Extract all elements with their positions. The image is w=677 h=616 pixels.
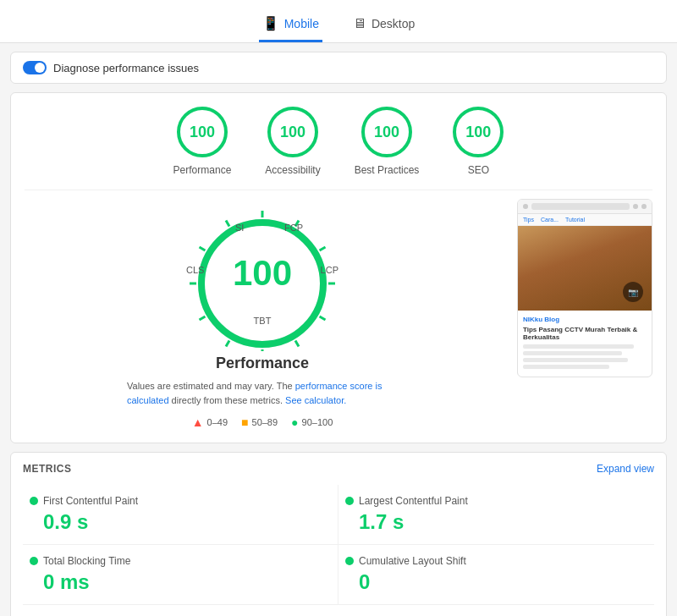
legend-orange-range: 50–89	[252, 417, 278, 427]
preview-tab-3: Tutorial	[565, 217, 585, 223]
metric-tbt-value: 0 ms	[30, 570, 331, 594]
score-value-best-practices: 100	[374, 124, 399, 141]
gauge-center: 100	[233, 253, 292, 294]
metric-fcp-name: First Contentful Paint	[43, 495, 138, 507]
metric-tbt: Total Blocking Time 0 ms	[23, 545, 338, 605]
expand-view-link[interactable]: Expand view	[597, 463, 654, 475]
mobile-icon: 📱	[262, 15, 279, 31]
score-circle-best-practices: 100	[361, 107, 412, 157]
gauge-label-fcp: FCP	[284, 223, 303, 233]
diagnose-toggle[interactable]	[23, 61, 47, 74]
preview-address-bar	[531, 203, 630, 210]
score-label-performance: Performance	[173, 164, 232, 176]
preview-img-icon: 📷	[623, 282, 643, 302]
metric-cls-value: 0	[345, 570, 647, 594]
diagnose-label: Diagnose performance issues	[53, 62, 199, 74]
metric-lcp-name: Largest Contentful Paint	[359, 495, 468, 507]
preview-line-4	[523, 365, 609, 369]
perf-title: Performance	[216, 355, 309, 372]
gauge-label-cls: CLS	[186, 265, 204, 275]
metrics-section: METRICS Expand view First Contentful Pai…	[10, 452, 667, 616]
tab-desktop[interactable]: 🖥 Desktop	[350, 8, 418, 42]
perf-note-mid: directly from these metrics.	[172, 395, 283, 405]
metric-fcp-name-row: First Contentful Paint	[30, 495, 331, 507]
gauge-label-si: SI	[235, 223, 244, 233]
preview-line-1	[523, 344, 634, 349]
score-value-accessibility: 100	[280, 124, 305, 141]
preview-frame: Tips Cara... Tutorial 📷 NIKku Blog Tips …	[517, 199, 652, 377]
metric-fcp-dot	[30, 497, 38, 505]
metric-tbt-name-row: Total Blocking Time	[30, 555, 331, 567]
metric-lcp-value: 1.7 s	[345, 510, 647, 534]
gauge-section: SI FCP CLS LCP TBT 100 Performance Value…	[25, 199, 500, 429]
legend-orange-icon: ■	[241, 415, 248, 429]
preview-dot-1	[523, 204, 528, 209]
score-seo: 100 SEO	[453, 107, 504, 176]
gauge-wrapper: SI FCP CLS LCP TBT 100	[178, 199, 347, 351]
gauge-score: 100	[233, 253, 292, 294]
preview-toolbar	[518, 200, 652, 214]
scores-container: 100 Performance 100 Accessibility 100 Be…	[10, 92, 667, 443]
preview-content: NIKku Blog Tips Pasang CCTV Murah Terbai…	[518, 311, 652, 377]
metric-fcp: First Contentful Paint 0.9 s	[23, 485, 338, 545]
gauge-label-lcp: LCP	[321, 265, 338, 275]
score-circle-performance: 100	[177, 107, 228, 157]
preview-logo: NIKku Blog	[523, 316, 647, 323]
score-best-practices: 100 Best Practices	[355, 107, 420, 176]
scores-row: 100 Performance 100 Accessibility 100 Be…	[25, 107, 652, 176]
score-accessibility: 100 Accessibility	[265, 107, 320, 176]
legend-green: ● 90–100	[291, 415, 333, 429]
legend-red-icon: ▲	[192, 415, 204, 429]
score-circle-accessibility: 100	[267, 107, 318, 157]
legend-orange: ■ 50–89	[241, 415, 278, 429]
metric-cls-dot	[345, 557, 354, 565]
metrics-title: METRICS	[23, 463, 72, 475]
main-container: Diagnose performance issues 100 Performa…	[0, 43, 677, 616]
tab-desktop-label: Desktop	[372, 17, 415, 30]
legend: ▲ 0–49 ■ 50–89 ● 90–100	[192, 415, 333, 429]
tabs-bar: 📱 Mobile 🖥 Desktop	[0, 0, 677, 43]
legend-green-range: 90–100	[302, 417, 333, 427]
preview-line-3	[523, 358, 628, 362]
score-circle-seo: 100	[453, 107, 504, 157]
metric-tbt-name: Total Blocking Time	[43, 555, 130, 567]
metric-lcp: Largest Contentful Paint 1.7 s	[338, 485, 654, 545]
metric-lcp-dot	[345, 497, 354, 505]
perf-note-text: Values are estimated and may vary. The	[127, 381, 293, 391]
desktop-icon: 🖥	[353, 16, 366, 31]
metric-cls-name-row: Cumulative Layout Shift	[345, 555, 647, 567]
tab-mobile-label: Mobile	[284, 17, 319, 30]
preview-dot-2	[633, 204, 638, 209]
score-value-performance: 100	[190, 124, 215, 141]
metric-lcp-name-row: Largest Contentful Paint	[345, 495, 647, 507]
preview-text-lines	[523, 344, 647, 369]
preview-title: Tips Pasang CCTV Murah Terbaik & Berkual…	[523, 326, 647, 341]
gauge-label-tbt: TBT	[254, 316, 272, 326]
legend-red-range: 0–49	[207, 417, 228, 427]
preview-tab-2: Cara...	[541, 217, 559, 223]
metric-tbt-dot	[30, 557, 38, 565]
metric-cls: Cumulative Layout Shift 0	[338, 545, 654, 605]
performance-detail: SI FCP CLS LCP TBT 100 Performance Value…	[25, 190, 652, 429]
legend-red: ▲ 0–49	[192, 415, 228, 429]
preview-section: Tips Cara... Tutorial 📷 NIKku Blog Tips …	[517, 199, 652, 377]
metric-cls-name: Cumulative Layout Shift	[359, 555, 466, 567]
tab-mobile[interactable]: 📱 Mobile	[259, 8, 322, 42]
preview-line-2	[523, 351, 622, 355]
diagnose-bar: Diagnose performance issues	[10, 52, 667, 84]
see-calculator-link[interactable]: See calculator.	[285, 395, 346, 405]
preview-nav-tabs: Tips Cara... Tutorial	[518, 214, 652, 226]
score-value-seo: 100	[465, 124, 491, 141]
score-performance: 100 Performance	[173, 107, 232, 176]
legend-green-icon: ●	[291, 415, 298, 429]
preview-tab-1: Tips	[523, 217, 534, 223]
score-label-seo: SEO	[468, 164, 489, 176]
perf-note: Values are estimated and may vary. The p…	[127, 379, 398, 407]
metric-si: Speed Index 0.9 s	[23, 605, 338, 616]
metrics-grid: First Contentful Paint 0.9 s Largest Con…	[23, 485, 654, 616]
metric-fcp-value: 0.9 s	[30, 510, 331, 534]
metrics-header: METRICS Expand view	[23, 463, 654, 475]
preview-dot-3	[641, 204, 647, 209]
score-label-best-practices: Best Practices	[355, 164, 420, 176]
preview-image: 📷	[518, 226, 652, 311]
